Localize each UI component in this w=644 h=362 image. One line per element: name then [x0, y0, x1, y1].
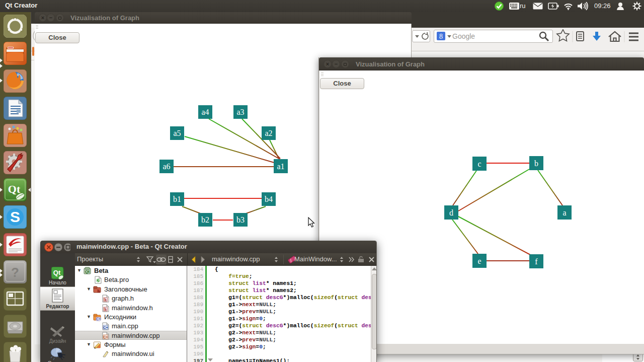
svg-text:a: a	[562, 208, 566, 217]
svg-text:C+: C+	[103, 335, 108, 339]
svg-text:a4: a4	[201, 108, 209, 116]
svg-text:8: 8	[439, 33, 443, 40]
svg-text:a2: a2	[265, 129, 272, 137]
svg-text:a3: a3	[236, 108, 244, 116]
svg-text:b4: b4	[265, 195, 273, 203]
svg-text:C+: C+	[103, 326, 108, 329]
svg-text:Qt: Qt	[97, 278, 100, 282]
svg-text:Qt: Qt	[53, 269, 61, 276]
svg-text:e: e	[477, 257, 481, 265]
svg-text:b2: b2	[201, 215, 209, 224]
svg-text:h: h	[97, 288, 100, 294]
svg-text:a5: a5	[173, 129, 181, 137]
svg-text:Qt: Qt	[85, 269, 90, 274]
svg-text:b1: b1	[173, 195, 181, 203]
svg-text:h: h	[104, 298, 107, 302]
svg-text:Qt: Qt	[8, 183, 21, 195]
svg-text:a6: a6	[163, 162, 170, 171]
svg-text:?: ?	[11, 265, 19, 280]
svg-text:S: S	[10, 208, 20, 225]
svg-text:f: f	[535, 257, 538, 266]
svg-text:b: b	[534, 159, 538, 168]
svg-text:C+: C+	[96, 317, 101, 321]
svg-text:a1: a1	[277, 162, 284, 171]
svg-text:h: h	[104, 307, 107, 312]
svg-text:c: c	[477, 160, 481, 168]
svg-text:b3: b3	[236, 215, 245, 224]
svg-text:d: d	[449, 208, 453, 217]
